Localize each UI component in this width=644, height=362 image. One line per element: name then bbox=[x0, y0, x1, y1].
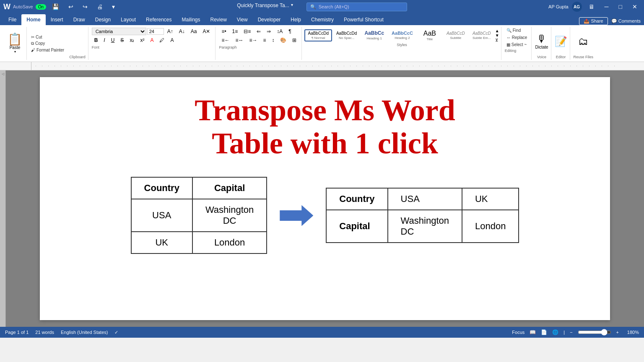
editor-label: Editor bbox=[556, 55, 566, 59]
tab-mailings[interactable]: Mailings bbox=[177, 14, 205, 25]
zoom-out-button[interactable]: − bbox=[570, 330, 572, 335]
highlight-button[interactable]: 🖊 bbox=[157, 36, 167, 44]
zoom-in-button[interactable]: + bbox=[616, 330, 619, 335]
monitor-button[interactable]: 🖥 bbox=[585, 3, 598, 11]
tab-draw[interactable]: Draw bbox=[68, 14, 90, 25]
editor-group: 📝 Editor bbox=[552, 27, 570, 60]
ribbon-actions: 📤 Share 💬 Comments bbox=[579, 17, 641, 25]
font-family-select[interactable]: Cambria bbox=[92, 28, 146, 35]
redo-button[interactable]: ↪ bbox=[79, 3, 91, 11]
undo-button[interactable]: ↩ bbox=[65, 3, 77, 11]
shading-button[interactable]: 🎨 bbox=[278, 36, 289, 44]
title-bar-left: W AutoSave On 💾 ↩ ↪ 🖨 ▾ bbox=[3, 3, 213, 11]
spell-check-icon: ✓ bbox=[114, 330, 118, 335]
zoom-level[interactable]: 180% bbox=[624, 330, 639, 335]
tab-references[interactable]: References bbox=[141, 14, 177, 25]
font-grow-button[interactable]: A↑ bbox=[165, 28, 176, 35]
style-normal[interactable]: AaBbCcDd ¶ Normal bbox=[304, 29, 332, 41]
style-title[interactable]: AaB Title bbox=[417, 28, 442, 43]
superscript-button[interactable]: x² bbox=[138, 36, 147, 44]
autosave-toggle[interactable]: On bbox=[36, 4, 46, 10]
font-size-input[interactable] bbox=[147, 28, 164, 35]
tab-insert[interactable]: Insert bbox=[46, 14, 68, 25]
print-layout-button[interactable]: 📄 bbox=[541, 329, 547, 335]
close-button[interactable]: ✕ bbox=[629, 3, 641, 11]
tab-developer[interactable]: Developer bbox=[253, 14, 286, 25]
tab-view[interactable]: View bbox=[232, 14, 253, 25]
align-right-button[interactable]: ≡→ bbox=[247, 36, 260, 44]
increase-indent-button[interactable]: ⇒ bbox=[264, 28, 273, 35]
tab-layout[interactable]: Layout bbox=[116, 14, 141, 25]
tab-review[interactable]: Review bbox=[205, 14, 232, 25]
change-case-button[interactable]: Aa bbox=[188, 28, 200, 35]
align-left-button[interactable]: ≡← bbox=[219, 36, 232, 44]
multilevel-button[interactable]: ⊟≡ bbox=[241, 28, 253, 35]
share-button[interactable]: 📤 Share bbox=[579, 17, 608, 25]
read-mode-button[interactable]: 📖 bbox=[530, 329, 536, 335]
save-button[interactable]: 💾 bbox=[49, 3, 62, 11]
justify-button[interactable]: ≡ bbox=[260, 36, 268, 44]
line-spacing-button[interactable]: ↕ bbox=[269, 36, 277, 44]
search-box[interactable]: 🔍 Search (Alt+Q) bbox=[306, 3, 407, 11]
paste-dropdown[interactable]: ▾ bbox=[14, 50, 16, 54]
style-heading1[interactable]: AaBbCc Heading 1 bbox=[361, 28, 387, 41]
style-no-space-label: No Spac... bbox=[339, 36, 354, 40]
clipboard-group: 📋 Paste ▾ ✂ Cut ⧉ Copy 🖌 Format Painter … bbox=[3, 27, 88, 60]
cut-button[interactable]: ✂ Cut bbox=[29, 34, 66, 40]
paste-button[interactable]: 📋 Paste ▾ bbox=[3, 27, 27, 60]
show-formatting-button[interactable]: ¶ bbox=[286, 28, 293, 35]
editor-button[interactable]: 📝 bbox=[555, 28, 567, 55]
replace-button[interactable]: ↔ Replace bbox=[505, 35, 529, 40]
print-button[interactable]: 🖨 bbox=[93, 3, 106, 11]
format-painter-button[interactable]: 🖌 Format Painter bbox=[29, 47, 66, 53]
tab-file[interactable]: File bbox=[3, 14, 21, 25]
dropdown-icon[interactable]: ▾ bbox=[291, 3, 293, 11]
find-button[interactable]: 🔍 Find bbox=[505, 28, 529, 33]
styles-scroll[interactable]: ▲ ▼ ⊻ bbox=[495, 28, 499, 42]
tab-chemistry[interactable]: Chemistry bbox=[306, 14, 339, 25]
tab-help[interactable]: Help bbox=[286, 14, 306, 25]
orig-cell-usa: USA bbox=[131, 199, 192, 232]
copy-button[interactable]: ⧉ Copy bbox=[29, 41, 66, 47]
focus-button[interactable]: Focus bbox=[512, 330, 525, 335]
italic-button[interactable]: I bbox=[101, 36, 107, 44]
decrease-indent-button[interactable]: ⇐ bbox=[254, 28, 263, 35]
bullets-button[interactable]: ≡• bbox=[219, 28, 229, 35]
clear-format-button[interactable]: A✕ bbox=[200, 28, 213, 35]
margin-icon: ◁ bbox=[2, 72, 4, 76]
style-heading2[interactable]: AaBbCcC Heading 2 bbox=[388, 29, 416, 41]
subscript-button[interactable]: x₂ bbox=[127, 36, 137, 44]
styles-label: Styles bbox=[304, 43, 499, 47]
reuse-button[interactable]: 🗂 bbox=[578, 28, 588, 55]
user-badge[interactable]: AG bbox=[572, 2, 582, 12]
style-subtle-em[interactable]: AaBbCcD Subtle Em... bbox=[469, 29, 494, 41]
editing-btns: 🔍 Find ↔ Replace ▦ Select ~ bbox=[505, 28, 529, 47]
style-subtitle[interactable]: AaBbCcD Subtitle bbox=[443, 29, 468, 41]
align-center-button[interactable]: ≡↔ bbox=[233, 36, 246, 44]
numbering-button[interactable]: 1≡ bbox=[230, 28, 241, 35]
autosave-label: AutoSave bbox=[13, 4, 33, 9]
font-shrink-button[interactable]: A↓ bbox=[177, 28, 187, 35]
minimize-button[interactable]: ─ bbox=[601, 3, 612, 11]
sort-button[interactable]: ↕A bbox=[274, 28, 285, 35]
tab-home[interactable]: Home bbox=[21, 14, 45, 25]
tab-design[interactable]: Design bbox=[90, 14, 116, 25]
comments-button[interactable]: 💬 Comments bbox=[611, 18, 641, 24]
ribbon-tabs: File Home Insert Draw Design Layout Refe… bbox=[0, 13, 644, 25]
text-effects-button[interactable]: A bbox=[168, 36, 176, 44]
dictate-button[interactable]: 🎙 Dictate bbox=[535, 28, 548, 55]
style-no-space[interactable]: AaBbCcDd No Spac... bbox=[333, 29, 360, 41]
more-button[interactable]: ▾ bbox=[109, 3, 118, 11]
underline-button[interactable]: U bbox=[109, 36, 117, 44]
strikethrough-button[interactable]: S bbox=[118, 36, 126, 44]
web-layout-button[interactable]: 🌐 bbox=[552, 329, 558, 335]
tab-powerful-shortcut[interactable]: Powerful Shortcut bbox=[339, 14, 389, 25]
zoom-slider[interactable] bbox=[578, 329, 611, 336]
bold-button[interactable]: B bbox=[92, 36, 101, 44]
para-row1: ≡• 1≡ ⊟≡ ⇐ ⇒ ↕A ¶ bbox=[219, 28, 299, 35]
borders-button[interactable]: ⊞ bbox=[290, 36, 299, 44]
select-button[interactable]: ▦ Select ~ bbox=[505, 42, 529, 47]
maximize-button[interactable]: □ bbox=[615, 3, 626, 11]
font-color-button[interactable]: A bbox=[148, 36, 156, 44]
paragraph-label: Paragraph bbox=[219, 45, 299, 49]
